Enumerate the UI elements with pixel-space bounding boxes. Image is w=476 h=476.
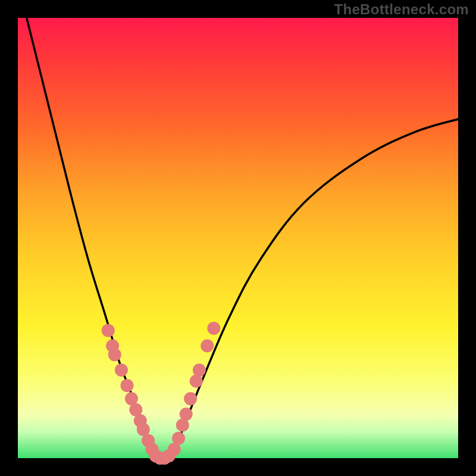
dot-right bbox=[172, 432, 185, 445]
chart-svg bbox=[18, 18, 458, 458]
right-curve bbox=[172, 119, 458, 458]
plot-area bbox=[18, 18, 458, 458]
dot-right bbox=[201, 339, 214, 352]
dot-right bbox=[207, 322, 220, 335]
dot-right bbox=[180, 408, 193, 421]
dot-left bbox=[121, 379, 134, 392]
watermark-text: TheBottleneck.com bbox=[334, 1, 469, 18]
dot-right bbox=[190, 375, 203, 388]
dot-left bbox=[102, 324, 115, 337]
dot-left bbox=[108, 348, 121, 361]
left-curve bbox=[27, 18, 155, 458]
dot-group bbox=[102, 322, 221, 465]
dot-right bbox=[193, 364, 206, 377]
curve-group bbox=[27, 18, 458, 458]
dot-left bbox=[115, 364, 128, 377]
dot-right bbox=[184, 392, 197, 405]
outer-frame: TheBottleneck.com bbox=[0, 0, 476, 476]
